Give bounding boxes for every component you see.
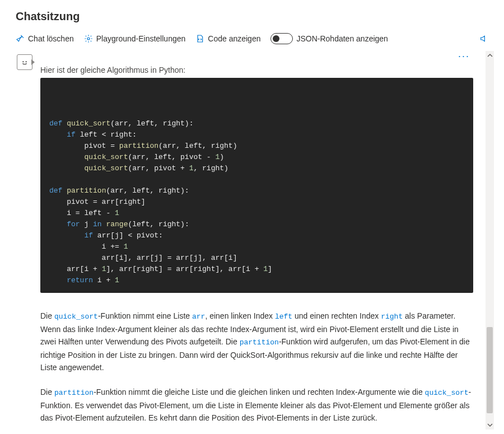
code-block: def quick_sort(arr, left, right): if lef… — [40, 78, 473, 293]
speaker-icon[interactable] — [479, 34, 488, 43]
toggle-switch-icon — [270, 33, 293, 44]
scroll-up-button[interactable] — [486, 51, 494, 60]
explanation-paragraph-1: Die quick_sort-Funktion nimmt eine Liste… — [40, 310, 473, 374]
scroll-track[interactable] — [486, 60, 494, 421]
scroll-thumb[interactable] — [487, 327, 493, 414]
clear-chat-button[interactable]: Chat löschen — [16, 34, 74, 43]
code-file-icon — [195, 34, 204, 43]
svg-point-1 — [22, 61, 24, 62]
clear-chat-label: Chat löschen — [28, 34, 74, 43]
message-intro-text: Hier ist der gleiche Algorithmus in Pyth… — [40, 66, 473, 74]
chevron-down-icon — [487, 422, 493, 428]
copy-code-button[interactable] — [455, 83, 466, 95]
broom-icon — [16, 34, 25, 43]
playground-settings-label: Playground-Einstellungen — [96, 34, 186, 43]
chevron-up-icon — [487, 53, 493, 58]
show-code-label: Code anzeigen — [208, 34, 260, 43]
show-raw-json-toggle[interactable]: JSON-Rohdaten anzeigen — [270, 33, 388, 44]
toolbar: Chat löschen Playground-Einstellungen Co… — [0, 33, 504, 51]
scroll-down-button[interactable] — [486, 421, 494, 430]
page-title: Chatsitzung — [0, 10, 504, 33]
show-code-button[interactable]: Code anzeigen — [195, 34, 260, 43]
message-more-button[interactable]: ··· — [458, 51, 473, 61]
explanation-paragraph-2: Die partition-Funktion nimmt die gleiche… — [40, 386, 473, 424]
vertical-scrollbar[interactable] — [486, 51, 494, 430]
svg-point-0 — [87, 38, 90, 40]
playground-settings-button[interactable]: Playground-Einstellungen — [84, 34, 186, 43]
bot-face-icon — [20, 58, 29, 67]
assistant-avatar — [17, 54, 32, 70]
chat-scroll-region[interactable]: ··· Hier ist der gleiche Algorithmus in … — [10, 51, 486, 430]
svg-point-2 — [26, 61, 27, 62]
gear-icon — [84, 34, 93, 43]
show-raw-json-label: JSON-Rohdaten anzeigen — [296, 34, 388, 43]
